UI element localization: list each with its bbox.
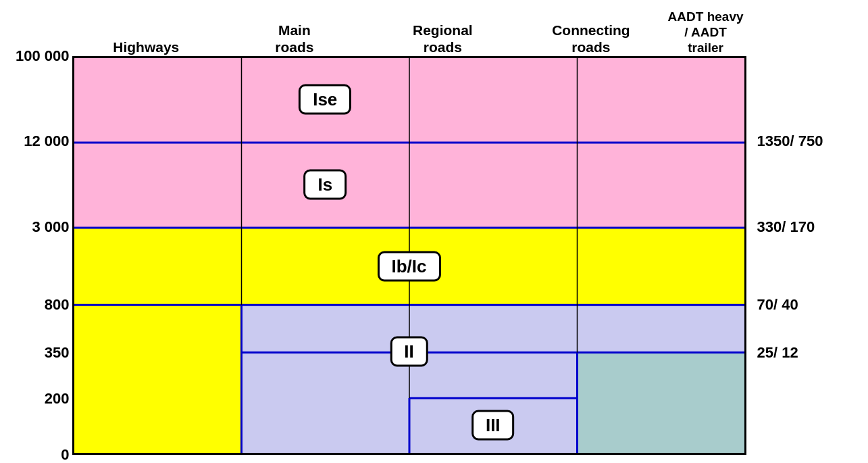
chart-wrapper: 100 00012 0003 0008003502000 Highways Ma… xyxy=(16,9,853,455)
aadt-label-0: 0 xyxy=(61,446,69,464)
svg-rect-6 xyxy=(577,352,745,453)
right-labels-container: 1350/ 750330/ 17070/ 4025/ 12 xyxy=(752,9,853,455)
aadt-label-100000: 100 000 xyxy=(16,47,70,65)
aadt-label-800: 800 xyxy=(45,296,70,314)
column-headers: Highways Mainroads Regionalroads Connect… xyxy=(72,9,746,56)
chart-grid: IseIsIb/IcIIIII xyxy=(72,56,746,455)
aadt-label-200: 200 xyxy=(45,390,70,408)
col-header-highways: Highways xyxy=(72,39,221,55)
aadt-label-3000: 3 000 xyxy=(32,218,69,236)
col-header-regional-roads: Regionalroads xyxy=(369,22,517,55)
aadt-label-350: 350 xyxy=(45,344,70,362)
right-label-1350750: 1350/ 750 xyxy=(757,132,823,150)
aadt-axis: 100 00012 0003 0008003502000 xyxy=(16,56,70,455)
right-label-2512: 25/ 12 xyxy=(757,344,798,362)
col-header-main-roads: Mainroads xyxy=(220,22,369,55)
aadt-label-12000: 12 000 xyxy=(24,132,69,150)
right-label-330170: 330/ 170 xyxy=(757,218,815,236)
svg-rect-3 xyxy=(74,305,242,454)
right-label-7040: 70/ 40 xyxy=(757,296,798,314)
col-header-connecting-roads: Connectingroads xyxy=(517,22,665,55)
col-header-aadt-heavy: AADT heavy/ AADT trailer xyxy=(665,9,746,55)
svg-rect-5 xyxy=(577,305,745,352)
chart-svg xyxy=(74,57,745,454)
